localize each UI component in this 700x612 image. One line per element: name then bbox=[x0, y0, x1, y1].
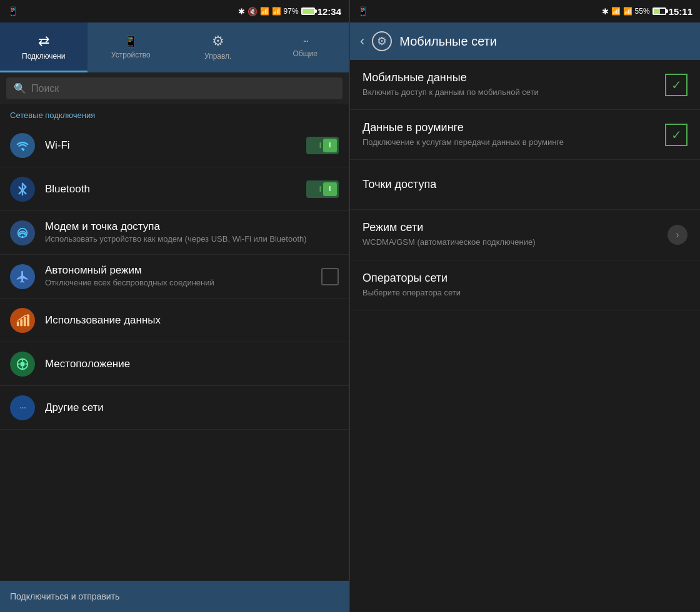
right-wifi-icon: 📶 bbox=[611, 7, 621, 16]
svg-point-0 bbox=[21, 147, 24, 150]
network-mode-title: Режим сети bbox=[362, 221, 658, 234]
location-icon bbox=[10, 352, 35, 377]
airplane-icon bbox=[10, 264, 35, 289]
right-status-right: ✱ 📶 📶 55% 15:11 bbox=[602, 6, 692, 17]
search-input[interactable] bbox=[31, 83, 335, 94]
location-content: Местоположение bbox=[45, 358, 339, 370]
roaming-content: Данные в роуминге Подключение к услугам … bbox=[362, 121, 655, 148]
mute-icon: 🔇 bbox=[248, 7, 258, 16]
tab-manage[interactable]: ⚙ Управл. bbox=[174, 22, 262, 72]
tab-device-label: Устройство bbox=[111, 51, 151, 59]
right-battery-percent: 55% bbox=[635, 7, 650, 16]
settings-item-wifi[interactable]: Wi-Fi I I bbox=[0, 124, 349, 167]
right-status-bar: 📱 ✱ 📶 📶 55% 15:11 bbox=[350, 0, 700, 22]
svg-point-2 bbox=[22, 235, 24, 237]
tab-device[interactable]: 📱 Устройство bbox=[88, 22, 175, 72]
right-settings-list: Мобильные данные Включить доступ к данны… bbox=[350, 60, 700, 612]
location-title: Местоположение bbox=[45, 358, 339, 370]
right-item-access-points[interactable]: Точки доступа bbox=[350, 160, 700, 210]
access-points-title: Точки доступа bbox=[362, 178, 688, 191]
datausage-content: Использование данных bbox=[45, 314, 339, 327]
airplane-subtitle: Отключение всех беспроводных соединений bbox=[45, 278, 311, 289]
bluetooth-toggle[interactable]: I I bbox=[306, 180, 339, 198]
wifi-title: Wi-Fi bbox=[45, 139, 296, 152]
settings-item-othernets[interactable]: ··· Другие сети bbox=[0, 386, 349, 430]
datausage-title: Использование данных bbox=[45, 314, 339, 327]
airplane-title: Автономный режим bbox=[45, 264, 311, 277]
svg-rect-3 bbox=[17, 321, 19, 325]
right-item-roaming[interactable]: Данные в роуминге Подключение к услугам … bbox=[350, 110, 700, 160]
operators-subtitle: Выберите оператора сети bbox=[362, 287, 688, 299]
tab-general[interactable]: ··· Общие bbox=[262, 22, 349, 72]
wifi-toggle[interactable]: I I bbox=[306, 137, 339, 154]
tab-general-label: Общие bbox=[293, 49, 318, 58]
svg-point-8 bbox=[20, 362, 24, 366]
bottom-bar[interactable]: Подключиться и отправить bbox=[0, 581, 349, 612]
status-left-icons: 📱 bbox=[8, 6, 18, 16]
wifi-content: Wi-Fi bbox=[45, 139, 296, 152]
settings-item-location[interactable]: Местоположение bbox=[0, 342, 349, 386]
tab-connections-label: Подключени bbox=[22, 52, 65, 61]
general-icon: ··· bbox=[303, 36, 308, 47]
search-icon: 🔍 bbox=[14, 82, 26, 94]
modem-subtitle: Использовать устройство как модем (через… bbox=[45, 234, 339, 245]
other-networks-icon: ··· bbox=[10, 395, 35, 420]
right-item-mobile-data[interactable]: Мобильные данные Включить доступ к данны… bbox=[350, 60, 700, 110]
right-status-left: 📱 bbox=[358, 6, 368, 16]
right-header: ‹ ⚙ Мобильные сети bbox=[350, 22, 700, 60]
othernets-title: Другие сети bbox=[45, 402, 339, 414]
svg-rect-6 bbox=[27, 314, 29, 325]
wifi-icon bbox=[10, 133, 35, 158]
connections-icon: ⇄ bbox=[38, 33, 49, 49]
gear-icon: ⚙ bbox=[377, 34, 387, 48]
operators-title: Операторы сети bbox=[362, 272, 688, 285]
right-bluetooth-icon: ✱ bbox=[602, 7, 609, 16]
settings-item-datausage[interactable]: Использование данных bbox=[0, 299, 349, 342]
wifi-toggle-knob: I bbox=[323, 139, 337, 152]
right-battery-icon bbox=[652, 7, 666, 15]
data-usage-icon bbox=[10, 308, 35, 333]
network-mode-chevron[interactable]: › bbox=[668, 225, 688, 245]
battery-fill-left bbox=[302, 9, 314, 14]
status-right-icons: ✱ 🔇 📶 📶 97% 12:34 bbox=[238, 6, 341, 17]
access-points-content: Точки доступа bbox=[362, 178, 688, 191]
wifi-status-icon: 📶 bbox=[260, 7, 269, 16]
gear-icon-header: ⚙ bbox=[372, 31, 392, 51]
search-input-wrap[interactable]: 🔍 bbox=[6, 77, 342, 99]
tab-connections[interactable]: ⇄ Подключени bbox=[0, 22, 88, 72]
tab-manage-label: Управл. bbox=[204, 52, 231, 61]
airplane-content: Автономный режим Отключение всех беспров… bbox=[45, 264, 311, 289]
signal-icon: 📶 bbox=[272, 7, 281, 16]
roaming-checkmark[interactable]: ✓ bbox=[665, 124, 688, 146]
settings-list: Wi-Fi I I Bluetooth bbox=[0, 124, 349, 581]
back-button[interactable]: ‹ bbox=[360, 33, 364, 49]
modem-icon bbox=[10, 220, 35, 245]
battery-icon-left bbox=[301, 7, 315, 15]
manage-icon: ⚙ bbox=[212, 33, 224, 49]
mobile-data-checkmark[interactable]: ✓ bbox=[665, 74, 688, 96]
right-panel: 📱 ✱ 📶 📶 55% 15:11 ‹ ⚙ Мобильные сети Моб… bbox=[350, 0, 700, 612]
othernets-content: Другие сети bbox=[45, 402, 339, 414]
phone-icon: 📱 bbox=[8, 6, 18, 16]
modem-title: Модем и точка доступа bbox=[45, 220, 339, 233]
bluetooth-toggle-knob: I bbox=[323, 182, 337, 196]
left-panel: 📱 ✱ 🔇 📶 📶 97% 12:34 ⇄ Подключени 📱 Устро… bbox=[0, 0, 350, 612]
modem-content: Модем и точка доступа Использовать устро… bbox=[45, 220, 339, 245]
svg-rect-5 bbox=[24, 317, 26, 326]
tab-bar: ⇄ Подключени 📱 Устройство ⚙ Управл. ··· … bbox=[0, 22, 349, 72]
svg-rect-4 bbox=[20, 319, 22, 326]
bluetooth-content: Bluetooth bbox=[45, 183, 296, 195]
right-item-operators[interactable]: Операторы сети Выберите оператора сети bbox=[350, 260, 700, 310]
airplane-toggle[interactable] bbox=[321, 268, 339, 285]
search-bar: 🔍 bbox=[0, 72, 349, 104]
time-left: 12:34 bbox=[318, 6, 341, 17]
right-battery-fill bbox=[654, 9, 660, 14]
mobile-data-content: Мобильные данные Включить доступ к данны… bbox=[362, 71, 655, 98]
settings-item-airplane[interactable]: Автономный режим Отключение всех беспров… bbox=[0, 255, 349, 299]
left-status-bar: 📱 ✱ 🔇 📶 📶 97% 12:34 bbox=[0, 0, 349, 22]
settings-item-modem[interactable]: Модем и точка доступа Использовать устро… bbox=[0, 211, 349, 255]
roaming-title: Данные в роуминге bbox=[362, 121, 655, 134]
settings-item-bluetooth[interactable]: Bluetooth I I bbox=[0, 167, 349, 211]
network-mode-subtitle: WCDMA/GSM (автоматическое подключение) bbox=[362, 237, 658, 248]
right-item-network-mode[interactable]: Режим сети WCDMA/GSM (автоматическое под… bbox=[350, 210, 700, 260]
